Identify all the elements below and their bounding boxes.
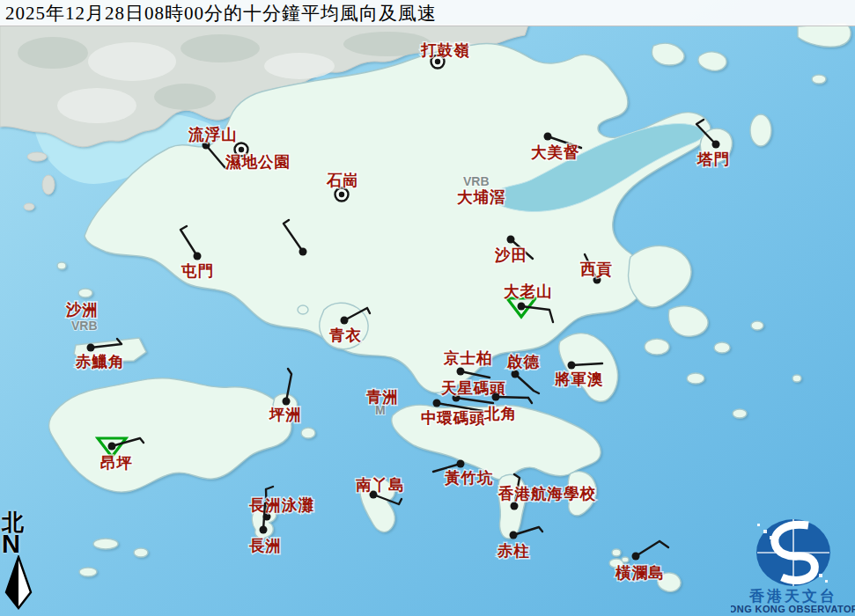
station-dot-icon — [299, 248, 307, 256]
station-label: 赤柱 — [497, 542, 530, 560]
soko-island-2 — [134, 548, 148, 557]
calm-wind-icon-center — [435, 59, 440, 64]
sha-chau-island — [78, 289, 92, 297]
station-dot-icon — [518, 303, 526, 311]
station-dot-icon — [632, 553, 640, 561]
station-label: 坪洲 — [269, 406, 302, 423]
station-label: 將軍澳 — [554, 370, 604, 388]
north-indicator: 北 N — [2, 511, 37, 613]
north-letter-label: N — [2, 533, 37, 555]
station-label: 中環碼頭 — [421, 409, 486, 427]
station-label: 黃竹坑 — [445, 469, 494, 487]
station-label: 沙田 — [494, 246, 527, 264]
calm-wind-icon-center — [339, 192, 344, 197]
map-title: 2025年12月28日08時00分的十分鐘平均風向及風速 — [0, 0, 855, 26]
hong-kong-wind-map: 打鼓嶺流浮山濕地公園石崗大美督塔門大埔滘VRB沙田西貢大老山屯門沙洲VRB赤鱲角… — [0, 0, 855, 616]
hei-ling-chau-island — [301, 428, 315, 438]
station-dot-icon — [457, 460, 465, 468]
waglan-islet-1 — [612, 549, 621, 556]
station-dot-icon — [510, 532, 518, 539]
station-label: 沙洲 — [65, 301, 99, 319]
station-label: 南丫島 — [356, 476, 405, 494]
station-label: 橫瀾島 — [615, 564, 665, 582]
station-label: 長洲泳灘 — [248, 496, 314, 514]
station-label: 大老山 — [504, 282, 553, 300]
station-dot-icon — [457, 368, 465, 376]
ne-island-5 — [812, 75, 826, 84]
station-dot-icon — [507, 236, 515, 244]
station-label: 北角 — [483, 405, 517, 422]
station-label: 啟德 — [506, 353, 540, 370]
hko-chinese-name: 香港天文台 — [748, 588, 837, 605]
soko-island-3 — [79, 568, 97, 576]
station-label: 西貢 — [579, 260, 613, 278]
station-dot-icon — [712, 141, 720, 149]
station-label: 京士柏 — [443, 349, 493, 367]
station-dot-icon — [544, 133, 552, 141]
station-label: 大埔滘 — [457, 188, 506, 206]
soko-island-1 — [93, 539, 118, 549]
station-label: 打鼓嶺 — [420, 41, 470, 59]
station-dot-icon — [87, 344, 95, 352]
town-island — [687, 373, 704, 384]
station-label: 濕地公園 — [225, 153, 291, 171]
station-dot-icon — [568, 362, 576, 370]
station-label: 赤鱲角 — [75, 353, 125, 370]
bluff-island — [733, 409, 747, 418]
station-label: 長洲 — [248, 537, 282, 554]
station-status-label: VRB — [463, 174, 490, 188]
station-label: 屯門 — [181, 262, 214, 280]
calm-wind-icon-center — [239, 147, 244, 152]
compass-needle-icon — [2, 555, 35, 610]
hko-logo-icon: 香港天文台 HONG KONG OBSERVATORY — [731, 506, 855, 616]
basalt-island — [751, 321, 763, 330]
station-dot-icon — [108, 443, 116, 451]
waglan-islet-2 — [622, 557, 629, 562]
station-label: 青衣 — [328, 326, 362, 344]
station-label: 流浮山 — [188, 126, 238, 143]
ne-island-4 — [750, 114, 771, 146]
ma-wan-island — [298, 305, 308, 314]
station-dot-icon — [260, 526, 268, 534]
station-dot-icon — [341, 317, 349, 325]
station-label: 大美督 — [531, 143, 580, 161]
jin-island — [714, 342, 730, 353]
station-label: 石崗 — [326, 172, 359, 189]
station-label: 塔門 — [697, 150, 730, 168]
kau-sai-chau-island — [645, 339, 669, 355]
station-dot-icon — [511, 502, 519, 510]
hko-logo: 香港天文台 HONG KONG OBSERVATORY — [731, 506, 855, 616]
station-dot-icon — [194, 253, 202, 260]
station-status-label: M — [375, 403, 386, 417]
lung-kwu-chau-island — [57, 262, 66, 269]
station-label: 香港航海學校 — [498, 485, 596, 502]
station-status-label: VRB — [71, 319, 98, 333]
hko-english-name: HONG KONG OBSERVATORY — [731, 604, 855, 614]
station-dot-icon — [492, 393, 500, 401]
station-label: 昂坪 — [100, 454, 133, 472]
station-dot-icon — [433, 400, 441, 407]
wind-map-screen: 打鼓嶺流浮山濕地公園石崗大美督塔門大埔滘VRB沙田西貢大老山屯門沙洲VRB赤鱲角… — [0, 0, 855, 616]
station-dot-icon — [512, 370, 520, 378]
ninepin-island — [792, 375, 801, 382]
station-dot-icon — [283, 398, 291, 406]
